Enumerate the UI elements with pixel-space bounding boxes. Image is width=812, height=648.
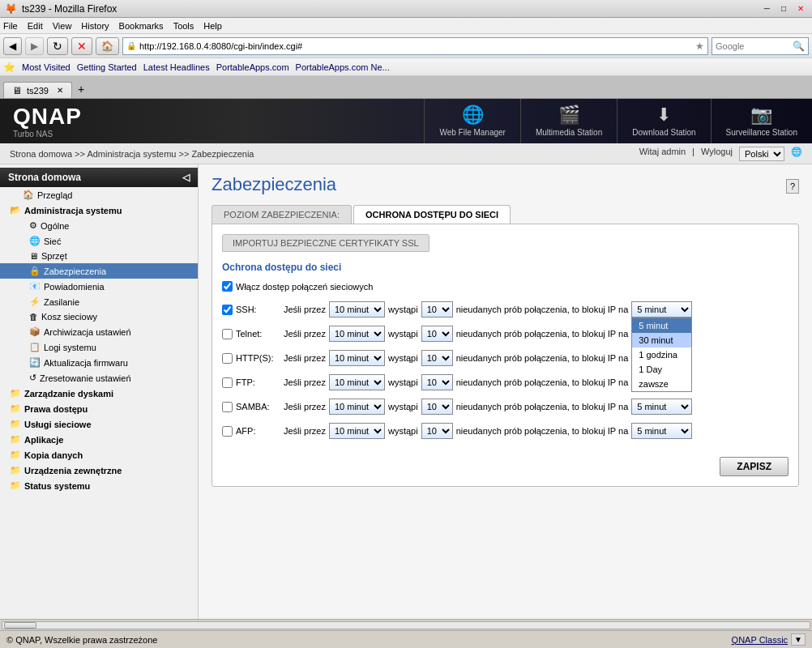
samba-minutes-select[interactable]: 10 minut <box>329 399 385 415</box>
bookmark-star[interactable]: ★ <box>695 40 704 52</box>
samba-checkbox[interactable] <box>222 402 233 412</box>
bookmark-latest-headlines[interactable]: Latest Headlines <box>143 62 210 72</box>
search-icon[interactable]: 🔍 <box>793 40 805 52</box>
surveillance-station-icon: 📷 <box>750 104 772 126</box>
qnap-brand: QNAP <box>13 104 82 130</box>
samba-block-select[interactable]: 5 minut <box>631 399 692 415</box>
bookmark-most-visited[interactable]: Most Visited <box>22 62 71 72</box>
new-tab-button[interactable]: + <box>72 80 90 98</box>
menu-tools[interactable]: Tools <box>173 21 194 31</box>
afp-block-select[interactable]: 5 minut <box>631 423 692 439</box>
save-button[interactable]: ZAPISZ <box>720 457 788 476</box>
bookmark-portableapps2[interactable]: PortableApps.com Ne... <box>296 62 390 72</box>
sidebar-item-powiadomienia[interactable]: 📧 Powiadomienia <box>0 279 198 294</box>
language-select[interactable]: Polski <box>739 147 784 161</box>
sidebar-item-logi[interactable]: 📋 Logi systemu <box>0 339 198 355</box>
telnet-minutes-select[interactable]: 10 minut <box>329 326 385 342</box>
ftp-minutes-select[interactable]: 10 minut <box>329 374 385 390</box>
menu-file[interactable]: File <box>3 21 18 31</box>
menu-view[interactable]: View <box>53 21 72 31</box>
sidebar-item-siec[interactable]: 🌐 Sieć <box>0 233 198 249</box>
minimize-btn[interactable]: ─ <box>761 4 773 13</box>
sidebar-item-przeglad[interactable]: 🏠 Przegląd <box>0 187 198 202</box>
sidebar-item-zasilanie[interactable]: ⚡ Zasilanie <box>0 294 198 309</box>
sidebar-group-administracja[interactable]: 📂 Administracja systemu <box>0 202 198 218</box>
nav-web-file-manager[interactable]: 🌐 Web File Manager <box>424 99 520 143</box>
logout-link[interactable]: Wyloguj <box>701 147 733 161</box>
nav-multimedia-station[interactable]: 🎬 Multimedia Station <box>520 99 617 143</box>
address-input[interactable]: http://192.168.0.4:8080/cgi-bin/index.cg… <box>139 41 695 51</box>
sidebar-group-dyski[interactable]: 📁 Zarządzanie dyskami <box>0 386 198 401</box>
ssh-dropdown-overlay[interactable]: 5 minut 30 minut 1 godzina 1 Day zawsze <box>631 318 692 392</box>
stop-button[interactable]: ✕ <box>71 37 92 55</box>
telnet-count-select[interactable]: 10 <box>421 326 453 342</box>
http-checkbox[interactable] <box>222 353 233 364</box>
enable-checkbox[interactable] <box>222 281 233 292</box>
browser-tab[interactable]: 🖥 ts239 ✕ <box>3 82 72 98</box>
bookmark-getting-started[interactable]: Getting Started <box>77 62 137 72</box>
telnet-checkbox[interactable] <box>222 329 233 339</box>
breadcrumb-right: Witaj admin | Wyloguj Polski 🌐 <box>639 147 802 161</box>
sidebar-group-uslugi[interactable]: 📁 Usługi sieciowe <box>0 416 198 432</box>
ftp-count-select[interactable]: 10 <box>421 374 453 390</box>
nav-download-station[interactable]: ⬇ Download Station <box>617 99 710 143</box>
close-btn[interactable]: ✕ <box>794 4 807 13</box>
sidebar-item-zresetowanie[interactable]: ↺ Zresetowanie ustawień <box>0 370 198 386</box>
sidebar-group-status[interactable]: 📁 Status systemu <box>0 478 198 493</box>
dropdown-arrow-icon[interactable]: ▼ <box>791 633 806 646</box>
menu-help[interactable]: Help <box>203 21 222 31</box>
samba-count-select[interactable]: 10 <box>421 399 453 415</box>
ssh-block-select[interactable]: 5 minut <box>631 301 692 318</box>
sidebar-group-kopia[interactable]: 📁 Kopia danych <box>0 447 198 463</box>
ftp-label: FTP: <box>236 377 280 387</box>
corner-help-button[interactable]: ? <box>786 179 799 194</box>
sidebar-item-kosz[interactable]: 🗑 Kosz sieciowy <box>0 309 198 324</box>
home-button[interactable]: 🏠 <box>96 37 119 55</box>
dropdown-option-30min[interactable]: 30 minut <box>632 333 691 347</box>
restore-btn[interactable]: □ <box>778 4 789 13</box>
sub-tab-ssl[interactable]: IMPORTUJ BEZPIECZNE CERTYFIKATY SSL <box>222 234 430 252</box>
back-button[interactable]: ◀ <box>3 37 22 55</box>
qnap-classic-link[interactable]: QNAP Classic <box>732 635 788 645</box>
menu-edit[interactable]: Edit <box>28 21 43 31</box>
menu-bookmarks[interactable]: Bookmarks <box>119 21 164 31</box>
sidebar-item-sprzet[interactable]: 🖥 Sprzęt <box>0 249 198 263</box>
dropdown-option-5min[interactable]: 5 minut <box>632 318 691 333</box>
afp-count-select[interactable]: 10 <box>421 423 453 439</box>
nav-surveillance-station[interactable]: 📷 Surveillance Station <box>711 99 812 143</box>
dropdown-option-zawsze[interactable]: zawsze <box>632 377 691 391</box>
sidebar-group-aplikacje[interactable]: 📁 Aplikacje <box>0 432 198 447</box>
search-input[interactable] <box>716 41 793 51</box>
horizontal-scrollbar[interactable] <box>0 619 812 630</box>
ftp-checkbox[interactable] <box>222 377 233 388</box>
sidebar-collapse-icon[interactable]: ◁ <box>182 172 190 183</box>
tab-close-icon[interactable]: ✕ <box>57 86 63 95</box>
sidebar-label-sprzet: Sprzęt <box>41 251 67 261</box>
bookmark-portableapps[interactable]: PortableApps.com <box>216 62 289 72</box>
afp-minutes-select[interactable]: 10 minut <box>329 423 385 439</box>
ssh-checkbox[interactable] <box>222 305 233 315</box>
main-tabs: POZIOM ZABEZPIECZENIA: OCHRONA DOSTĘPU D… <box>212 205 799 224</box>
dropdown-option-1godzina[interactable]: 1 godzina <box>632 347 691 362</box>
scrollbar-track[interactable] <box>2 621 810 629</box>
sidebar-item-archiwizacja[interactable]: 📦 Archiwizacja ustawień <box>0 324 198 339</box>
ssh-count-select[interactable]: 10 <box>421 301 453 318</box>
menu-history[interactable]: History <box>81 21 109 31</box>
forward-button[interactable]: ▶ <box>25 37 44 55</box>
dropdown-option-1day[interactable]: 1 Day <box>632 362 691 377</box>
afp-checkbox[interactable] <box>222 426 233 437</box>
sidebar-group-urzadzenia[interactable]: 📁 Urządzenia zewnętrzne <box>0 463 198 478</box>
sidebar-group-prawa[interactable]: 📁 Prawa dostępu <box>0 401 198 416</box>
http-count-select[interactable]: 10 <box>421 350 453 366</box>
scrollbar-thumb[interactable] <box>4 622 36 629</box>
section-title: Ochrona dostępu do sieci <box>222 262 788 273</box>
service-row-afp: AFP: Jeśli przez 10 minut wystąpi 10 nie… <box>222 421 788 441</box>
tab-ochrona[interactable]: OCHRONA DOSTĘPU DO SIECI <box>353 205 511 224</box>
http-minutes-select[interactable]: 10 minut <box>329 350 385 366</box>
ssh-minutes-select[interactable]: 10 minut <box>329 301 385 318</box>
reload-button[interactable]: ↻ <box>47 37 68 55</box>
sidebar-item-zabezpieczenia[interactable]: 🔒 Zabezpieczenia <box>0 263 198 279</box>
sidebar-item-ogolne[interactable]: ⚙ Ogólne <box>0 218 198 233</box>
sidebar-item-aktualizacja[interactable]: 🔄 Aktualizacja firmwaru <box>0 355 198 370</box>
tab-poziom[interactable]: POZIOM ZABEZPIECZENIA: <box>212 205 352 224</box>
